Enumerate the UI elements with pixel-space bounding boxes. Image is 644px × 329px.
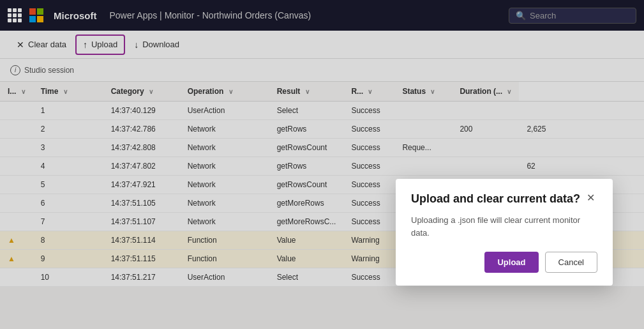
modal-title: Upload and clear current data? [411,192,580,206]
upload-confirm-modal: Upload and clear current data? ✕ Uploadi… [396,179,613,286]
modal-header: Upload and clear current data? ✕ [411,192,597,206]
modal-close-button[interactable]: ✕ [584,192,597,204]
modal-upload-button[interactable]: Upload [484,252,538,273]
modal-footer: Upload Cancel [411,252,597,273]
modal-cancel-button[interactable]: Cancel [545,252,597,273]
modal-body: Uploading a .json file will clear curren… [411,214,597,239]
